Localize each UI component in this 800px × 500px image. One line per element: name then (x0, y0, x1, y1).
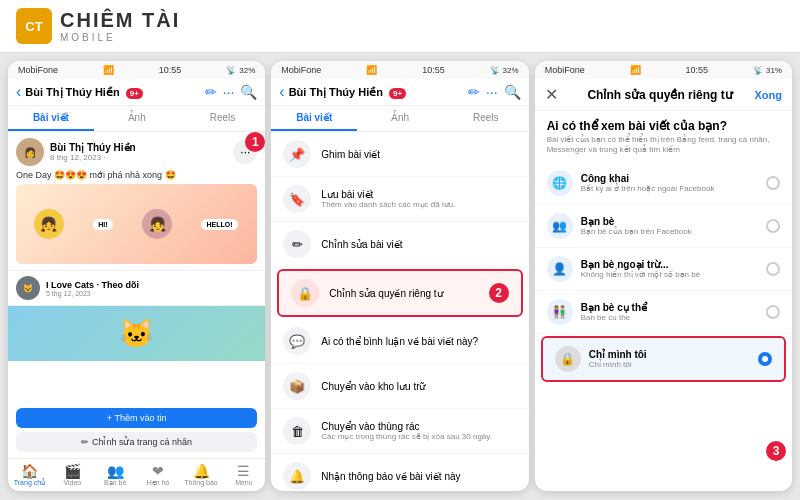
bottom-nav-1: 🏠 Trang chủ 🎬 Video 👥 Bạn bè ❤ Hẹn hò 🔔 … (8, 458, 265, 491)
post-more-button-1[interactable]: ··· 1 (233, 140, 257, 164)
cat-image: 🐱 (8, 306, 265, 361)
wifi-icon-2: 📡 (490, 66, 500, 75)
tab-photos-2[interactable]: Ảnh (357, 106, 443, 131)
nav-bar-1: ‹ Bùi Thị Thúy Hiền 9+ ✏ ··· 🔍 (8, 79, 265, 106)
step-badge-3: 3 (766, 441, 786, 461)
brand-sub: MOBILE (60, 32, 180, 43)
done-button[interactable]: Xong (754, 89, 782, 101)
menu-save-post[interactable]: 🔖 Lưu bài viết Thêm vào danh sách các mụ… (271, 177, 528, 222)
tab-posts-1[interactable]: Bài viết (8, 106, 94, 131)
menu-trash-title: Chuyển vào thùng rác (321, 421, 516, 432)
time-1: 10:55 (159, 65, 182, 75)
tab-photos-1[interactable]: Ảnh (94, 106, 180, 131)
step-badge-1: 1 (245, 132, 265, 152)
edit-icon-2[interactable]: ✏ (468, 84, 480, 100)
menu-privacy-text: Chỉnh sửa quyền riêng tư (329, 288, 478, 299)
menu-who-comment[interactable]: 💬 Ai có thể bình luận về bài viết này? (271, 319, 528, 364)
menu-pin-title: Ghim bài viết (321, 149, 516, 160)
carrier-1: MobiFone (18, 65, 58, 75)
option-sub-friends: Bạn bè của bạn trên Facebook (581, 227, 758, 236)
notification-badge-2: 9+ (389, 88, 406, 99)
nav-actions-2: ✏ ··· 🔍 (468, 84, 521, 100)
more-icon-2[interactable]: ··· (486, 84, 498, 100)
post-author-1: Bùi Thị Thúy Hiền (50, 142, 227, 153)
radio-friends[interactable] (766, 219, 780, 233)
post-image-1: 👧 HI! 👧 HELLO! (16, 184, 257, 264)
radio-only-me[interactable] (758, 352, 772, 366)
back-button-2[interactable]: ‹ (279, 83, 284, 101)
tab-reels-2[interactable]: Reels (443, 106, 529, 131)
avatar-1: 👩 (16, 138, 44, 166)
option-title-friends-except: Bạn bè ngoại trừ... (581, 259, 758, 270)
post-header-1: 👩 Bùi Thị Thúy Hiền 8 thg 12, 2023 · ···… (16, 138, 257, 166)
public-icon: 🌐 (547, 170, 573, 196)
menu-edit-post[interactable]: ✏ Chỉnh sửa bài viết (271, 222, 528, 267)
specific-friends-icon: 👫 (547, 299, 573, 325)
edit-profile-button[interactable]: ✏ Chỉnh sửa trang cá nhân (16, 432, 257, 452)
panel-2-menu: MobiFone 📶 10:55 📡 32% ‹ Bùi Thị Thúy Hi… (271, 61, 528, 491)
menu-pin-post[interactable]: 📌 Ghim bài viết (271, 132, 528, 177)
option-sub-only-me: Chỉ mình tôi (589, 360, 750, 369)
option-title-public: Công khai (581, 173, 758, 184)
menu-save-title: Lưu bài viết (321, 189, 516, 200)
pin-icon: 📌 (283, 140, 311, 168)
privacy-option-friends-except[interactable]: 👤 Bạn bè ngoại trừ... Không hiển thị với… (535, 248, 792, 291)
menu-archive[interactable]: 📦 Chuyển vào kho lưu trữ (271, 364, 528, 409)
tab-reels-1[interactable]: Reels (180, 106, 266, 131)
nav-title-1: Bùi Thị Thúy Hiền 9+ (25, 86, 200, 99)
more-icon-1[interactable]: ··· (223, 84, 235, 100)
video-icon: 🎬 (51, 463, 94, 479)
bottom-nav-video[interactable]: 🎬 Video (51, 463, 94, 487)
status-bar-1: MobiFone 📶 10:55 📡 32% (8, 61, 265, 79)
menu-archive-title: Chuyển vào kho lưu trữ (321, 381, 516, 392)
battery-1: 32% (239, 66, 255, 75)
menu-privacy[interactable]: 🔒 Chỉnh sửa quyền riêng tư 2 (277, 269, 522, 317)
back-button-1[interactable]: ‹ (16, 83, 21, 101)
edit-post-icon: ✏ (283, 230, 311, 258)
bottom-nav-notify[interactable]: 🔔 Thông báo (180, 463, 223, 487)
post-meta-1: Bùi Thị Thúy Hiền 8 thg 12, 2023 · (50, 142, 227, 162)
privacy-option-friends[interactable]: 👥 Bạn bè Bạn bè của bạn trên Facebook (535, 205, 792, 248)
radio-public[interactable] (766, 176, 780, 190)
option-title-specific: Bạn bè cụ thể (581, 302, 758, 313)
dating-icon: ❤ (137, 463, 180, 479)
panel-1-profile: MobiFone 📶 10:55 📡 32% ‹ Bùi Thị Thúy Hi… (8, 61, 265, 491)
privacy-title: Chỉnh sửa quyền riêng tư (566, 88, 755, 102)
bottom-nav-dating[interactable]: ❤ Hẹn hò (137, 463, 180, 487)
search-icon-1[interactable]: 🔍 (240, 84, 257, 100)
privacy-option-specific-friends[interactable]: 👫 Bạn bè cụ thể Ban be cu the (535, 291, 792, 334)
bottom-nav-friends[interactable]: 👥 Bạn bè (94, 463, 137, 487)
friends-privacy-icon: 👥 (547, 213, 573, 239)
post-text-1: One Day 🤩😍😍 mới phá nhà xong 🤩 (16, 170, 257, 180)
menu-edit-text: Chỉnh sửa bài viết (321, 239, 516, 250)
search-icon-2[interactable]: 🔍 (504, 84, 521, 100)
privacy-option-public[interactable]: 🌐 Công khai Bất kỳ ai ở trên hoặc ngoài … (535, 162, 792, 205)
menu-save-text: Lưu bài viết Thêm vào danh sách các mục … (321, 189, 516, 209)
notify-post-icon: 🔔 (283, 462, 311, 490)
post-date-1: 8 thg 12, 2023 · (50, 153, 227, 162)
close-button[interactable]: ✕ (545, 85, 558, 104)
battery-2: 32% (503, 66, 519, 75)
brand-info: CHIÊM TÀI MOBILE (60, 9, 180, 43)
tab-posts-2[interactable]: Bài viết (271, 106, 357, 131)
option-title-friends: Bạn bè (581, 216, 758, 227)
privacy-option-only-me[interactable]: 🔒 Chỉ mình tôi Chỉ mình tôi (541, 336, 786, 382)
option-text-specific: Bạn bè cụ thể Ban be cu the (581, 302, 758, 322)
bottom-buttons-1: + Thêm vào tin ✏ Chỉnh sửa trang cá nhân (8, 402, 265, 458)
follow-title: I Love Cats · Theo dõi (46, 280, 257, 290)
edit-icon-1[interactable]: ✏ (205, 84, 217, 100)
nav-title-2: Bùi Thị Thúy Hiền 9+ (289, 86, 464, 99)
carrier-3: MobiFone (545, 65, 585, 75)
menu-trash[interactable]: 🗑 Chuyển vào thùng rác Các mục trong thù… (271, 409, 528, 454)
bottom-nav-menu[interactable]: ☰ Menu (222, 463, 265, 487)
status-bar-2: MobiFone 📶 10:55 📡 32% (271, 61, 528, 79)
menu-notify[interactable]: 🔔 Nhận thông báo về bài viết này (271, 454, 528, 491)
radio-specific[interactable] (766, 305, 780, 319)
bottom-nav-home[interactable]: 🏠 Trang chủ (8, 463, 51, 487)
cartoon-figure-left: 👧 (34, 209, 64, 239)
menu-pin-text: Ghim bài viết (321, 149, 516, 160)
radio-friends-except[interactable] (766, 262, 780, 276)
add-to-story-button[interactable]: + Thêm vào tin (16, 408, 257, 428)
speech-bubble-hello: HELLO! (201, 219, 237, 230)
signal-icon-2: 📶 (366, 65, 377, 75)
